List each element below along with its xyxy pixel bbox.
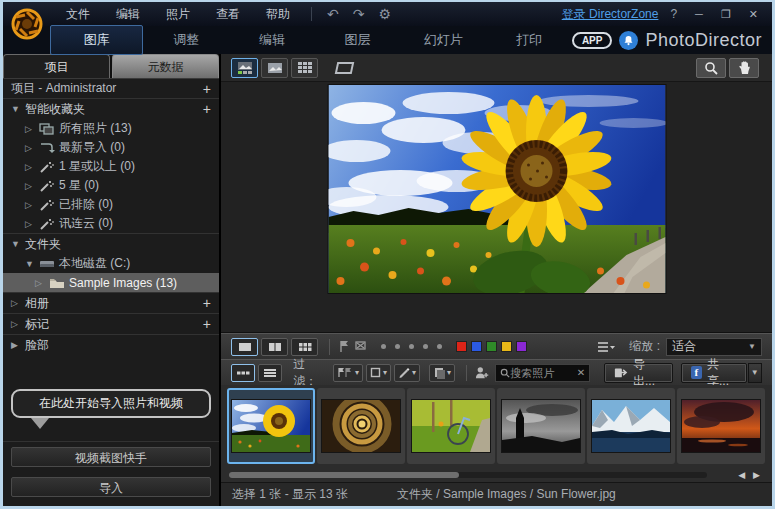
thumbnail-dark-church[interactable] — [497, 388, 585, 464]
share-dropdown-button[interactable]: ▼ — [748, 363, 762, 383]
menu-help[interactable]: 帮助 — [253, 2, 303, 27]
tree-item-5-star[interactable]: ▷ 5 星 (0) — [3, 176, 219, 195]
filter-frame-button[interactable]: ▾ — [366, 364, 391, 382]
pan-hand-button[interactable] — [729, 58, 759, 78]
expand-icon[interactable]: ▷ — [35, 278, 49, 288]
export-button[interactable]: 导出... — [604, 363, 673, 383]
tab-layers[interactable]: 图层 — [315, 26, 401, 54]
view-grid-mode-button[interactable] — [291, 58, 318, 78]
collapse-icon[interactable]: ▼ — [25, 259, 39, 269]
view-browse-mode-button[interactable] — [231, 58, 258, 78]
tree-section-folders[interactable]: ▼ 文件夹 — [3, 233, 219, 254]
photo-viewer[interactable] — [221, 82, 772, 333]
expand-icon[interactable]: ▷ — [25, 219, 39, 229]
expand-icon[interactable]: ▷ — [25, 162, 39, 172]
menu-file[interactable]: 文件 — [53, 2, 103, 27]
menu-photo[interactable]: 照片 — [153, 2, 203, 27]
compare-mode-button[interactable] — [331, 58, 358, 78]
import-callout[interactable]: 在此处开始导入照片和视频 — [11, 389, 211, 418]
maximize-button[interactable]: ❐ — [715, 8, 737, 21]
tab-adjust[interactable]: 调整 — [143, 26, 229, 54]
label-blue[interactable] — [471, 341, 482, 352]
clear-search-icon[interactable]: ✕ — [577, 367, 585, 378]
tree-item-local-disk[interactable]: ▼ 本地磁盘 (C:) — [3, 254, 219, 273]
tree-item-latest-import[interactable]: ▷ 最新导入 (0) — [3, 138, 219, 157]
filter-label-button[interactable]: ▾ — [429, 364, 455, 382]
thumbnail-bicycle-field[interactable] — [407, 388, 495, 464]
scroll-left-icon[interactable]: ◀ — [738, 470, 745, 480]
notification-bell-icon[interactable] — [619, 31, 638, 50]
scroll-right-icon[interactable]: ▶ — [753, 470, 760, 480]
menu-edit[interactable]: 编辑 — [103, 2, 153, 27]
tab-library[interactable]: 图库 — [50, 25, 143, 55]
tab-print[interactable]: 打印 — [486, 26, 572, 54]
tree-item-sample-images[interactable]: ▷ Sample Images (13) — [3, 273, 219, 292]
undo-icon[interactable]: ↶ — [320, 6, 346, 22]
share-button[interactable]: f 共享... — [681, 363, 747, 383]
star-rating-dots[interactable] — [381, 344, 442, 349]
login-directorzone-link[interactable]: 登录 DirectorZone — [562, 6, 659, 23]
minimize-button[interactable]: ─ — [689, 8, 709, 20]
zoom-fit-dropdown[interactable]: 适合▼ — [666, 338, 762, 356]
redo-icon[interactable]: ↷ — [346, 6, 372, 22]
tab-edit[interactable]: 编辑 — [229, 26, 315, 54]
video-snapshot-button[interactable]: 视频截图快手 — [11, 447, 211, 467]
thumbnail-sunset[interactable] — [677, 388, 765, 464]
flag-pick-icon[interactable] — [338, 340, 351, 353]
add-icon[interactable]: + — [203, 295, 211, 311]
tree-item-all-photos[interactable]: ▷ 所有照片 (13) — [3, 119, 219, 138]
search-input[interactable] — [510, 367, 576, 379]
thumbnail-list-button[interactable] — [258, 364, 282, 382]
expand-icon[interactable]: ▷ — [25, 181, 39, 191]
close-button[interactable]: ✕ — [743, 8, 764, 21]
scrollbar-thumb[interactable] — [229, 472, 459, 478]
add-icon[interactable]: + — [203, 81, 211, 97]
scrollbar-track[interactable] — [229, 472, 707, 478]
help-button[interactable]: ? — [664, 7, 683, 21]
compare-two-view-button[interactable] — [261, 338, 288, 356]
tab-slideshow[interactable]: 幻灯片 — [400, 26, 486, 54]
zoom-tool-button[interactable] — [696, 58, 726, 78]
thumbnail-spiral-staircase[interactable] — [317, 388, 405, 464]
label-yellow[interactable] — [501, 341, 512, 352]
tree-section-faces[interactable]: ▶ 脸部 — [3, 334, 219, 355]
expand-icon[interactable]: ▷ — [25, 124, 39, 134]
collapse-icon[interactable]: ▼ — [11, 104, 25, 114]
collapse-icon[interactable]: ▼ — [11, 239, 25, 249]
tree-item-excluded[interactable]: ▷ 已排除 (0) — [3, 195, 219, 214]
add-icon[interactable]: + — [203, 316, 211, 332]
tree-section-tags[interactable]: ▷ 标记+ — [3, 313, 219, 334]
settings-gear-icon[interactable]: ⚙ — [371, 6, 398, 22]
main-photo-sunflower[interactable] — [328, 85, 665, 293]
sort-icon[interactable] — [597, 341, 615, 353]
expand-icon[interactable]: ▶ — [11, 340, 25, 350]
app-badge[interactable]: APP — [572, 32, 613, 49]
expand-icon[interactable]: ▷ — [25, 200, 39, 210]
flag-reject-icon[interactable] — [354, 340, 367, 353]
thumbnail-grid-button[interactable] — [231, 364, 255, 382]
label-red[interactable] — [456, 341, 467, 352]
sidebar-tab-metadata[interactable]: 元数据 — [112, 54, 219, 78]
multi-view-button[interactable] — [291, 338, 318, 356]
tree-section-albums[interactable]: ▷ 相册+ — [3, 292, 219, 313]
tree-item-cyberlink-cloud[interactable]: ▷ 讯连云 (0) — [3, 214, 219, 233]
thumbnail-mountain-lake[interactable] — [587, 388, 675, 464]
add-person-icon[interactable] — [475, 365, 489, 380]
menu-view[interactable]: 查看 — [203, 2, 253, 27]
label-purple[interactable] — [516, 341, 527, 352]
add-icon[interactable]: + — [203, 101, 211, 117]
tree-item-1-star-up[interactable]: ▷ 1 星或以上 (0) — [3, 157, 219, 176]
view-single-mode-button[interactable] — [261, 58, 288, 78]
filter-flags-button[interactable]: ▾ — [333, 364, 363, 382]
thumbnail-sunflower[interactable] — [227, 388, 315, 464]
sidebar-tab-projects[interactable]: 项目 — [3, 54, 110, 78]
expand-icon[interactable]: ▷ — [11, 298, 25, 308]
tree-section-smart-collections[interactable]: ▼ 智能收藏夹+ — [3, 98, 219, 119]
filter-rating-pen-button[interactable]: ▾ — [394, 364, 420, 382]
expand-icon[interactable]: ▷ — [11, 319, 25, 329]
expand-icon[interactable]: ▷ — [25, 143, 39, 153]
label-green[interactable] — [486, 341, 497, 352]
tree-item-project[interactable]: 项目 - Administrator+ — [3, 79, 219, 98]
single-view-button[interactable] — [231, 338, 258, 356]
import-button[interactable]: 导入 — [11, 477, 211, 497]
